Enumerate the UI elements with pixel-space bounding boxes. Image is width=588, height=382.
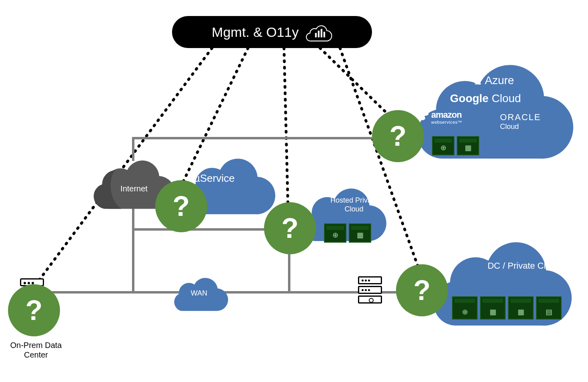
unknown-node-dc: ?	[396, 264, 448, 316]
dc-label: DC / Private Cloud	[484, 260, 564, 271]
unknown-node-onprem: ?	[8, 284, 60, 336]
server-rack-icon: ▤	[536, 296, 562, 320]
aws-line2: webservices™	[431, 120, 462, 125]
provider-azure: Azure	[472, 74, 514, 87]
svg-rect-6	[318, 31, 319, 38]
server-rack-icon: ▦	[508, 296, 534, 320]
link-internet-hosted	[132, 228, 284, 231]
azure-icon	[472, 75, 482, 86]
google-bold: Google	[450, 92, 488, 105]
mgmt-pill: Mgmt. & O11y	[172, 16, 372, 48]
link-internet-down	[132, 202, 134, 292]
mgmt-label: Mgmt. & O11y	[212, 24, 298, 40]
wan-label: WAN	[168, 289, 230, 298]
svg-rect-8	[323, 32, 325, 37]
analytics-cloud-icon	[304, 22, 332, 42]
hosted-label: Hosted Private Cloud	[328, 196, 380, 213]
wan-cloud: WAN	[168, 272, 230, 312]
server-rack-icon: ⊕	[324, 223, 346, 243]
unknown-node-public: ?	[372, 110, 424, 162]
oracle-line1: ORACLE	[500, 112, 541, 123]
provider-aws: amazon webservices™	[416, 110, 462, 125]
azure-label: Azure	[485, 74, 514, 87]
link-internet-public	[132, 137, 396, 139]
provider-oracle: ORACLE Cloud	[500, 112, 541, 131]
server-rack-icon: ⊕	[452, 296, 478, 320]
microservice-label: µService	[194, 172, 235, 185]
server-rack-icon: ▦	[457, 136, 479, 155]
svg-line-3	[320, 48, 394, 120]
google-light: Cloud	[488, 92, 521, 105]
unknown-node-microservice: ?	[155, 180, 207, 232]
provider-google: Google Cloud	[450, 92, 521, 105]
server-rack-icon: ▦	[480, 296, 506, 320]
aws-line1: amazon	[431, 110, 462, 120]
svg-rect-5	[315, 33, 316, 37]
onprem-label: On-Prem Data Center	[8, 340, 64, 360]
server-rack-icon: ⊕	[432, 136, 454, 155]
svg-rect-7	[320, 29, 322, 37]
oracle-line2: Cloud	[500, 123, 541, 131]
unknown-node-hosted: ?	[264, 202, 316, 254]
switch-stack-icon	[358, 276, 382, 305]
svg-line-2	[284, 48, 288, 208]
server-rack-icon: ▦	[349, 223, 371, 243]
